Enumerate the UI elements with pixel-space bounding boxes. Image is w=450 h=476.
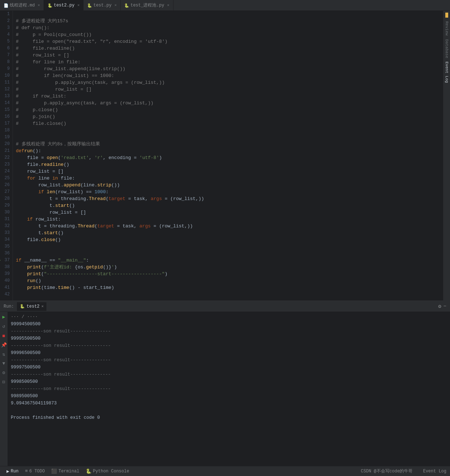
gutter-31: 31 (3, 216, 10, 223)
code-editor[interactable]: # 多进程处理 大约157s # def run(): # p = Pool(c… (13, 11, 443, 300)
run-layout-icon[interactable]: ⊟ (2, 378, 6, 386)
gutter-28: 28 (3, 195, 10, 202)
status-items: ▶ Run ≡ 6 TODO ⬛ Terminal 🐍 Python Conso… (4, 468, 132, 475)
code-line-41: print(time.time() - start_time) (16, 284, 443, 291)
code-line-14: # p.apply_async(task, args = (row_list,)… (16, 100, 443, 106)
output-sep-4: ------------son result--------------- (11, 371, 447, 378)
output-sep-3: ------------son result--------------- (11, 357, 447, 364)
tab-close-1[interactable]: × (38, 3, 40, 8)
run-play-icon[interactable]: ▶ (2, 313, 6, 321)
py-file-icon-4: 🐍 (124, 3, 129, 8)
code-line-18 (16, 127, 443, 134)
gutter-13: 13 (3, 93, 10, 100)
gutter-15: 15 (3, 106, 10, 113)
run-panel-sidebar: ▶ ↺ ◼ 📌 ⇅ ▼ ⚙ ⊟ (0, 312, 8, 466)
gutter-35: 35 (3, 243, 10, 250)
gutter-18: 18 (3, 127, 10, 134)
gutter-26: 26 (3, 182, 10, 189)
python-console-status-item[interactable]: 🐍 Python Console (83, 468, 132, 475)
run-status-label: Run (11, 469, 19, 474)
todo-label: 6 TODO (29, 469, 45, 474)
sidebar-review[interactable]: Review (444, 20, 450, 37)
gutter-23: 23 (3, 161, 10, 168)
gutter-11: 11 (3, 79, 10, 86)
code-line-11: # p.apply_async(task, args = (row_list,)… (16, 79, 443, 86)
tab-bar: 📄 线程进程.md × 🐍 test2.py × 🐍 test.py × 🐍 t… (0, 0, 450, 11)
code-line-24: row_list = [] (16, 168, 443, 175)
code-line-27: if len(row_list) == 1000: (16, 189, 443, 195)
settings-icon[interactable]: ⚙ (438, 303, 441, 309)
run-status-item[interactable]: ▶ Run (4, 468, 21, 475)
gutter-22: 22 (3, 154, 10, 161)
line-gutter: 1 2 3 4 5 6 7 8 9 10 11 12 13 14 15 16 1… (0, 11, 13, 300)
output-line-exit: Process finished with exit code 0 (11, 414, 447, 421)
run-pin-icon[interactable]: 📌 (0, 341, 8, 349)
sidebar-event-log[interactable]: Event Log (444, 60, 450, 84)
run-panel: Run: 🐍 test2 × ⚙ − ▶ ↺ ◼ 📌 ⇅ ▼ ⚙ ⊟ ··· /… (0, 300, 450, 466)
bookmark-indicator (445, 13, 448, 18)
code-line-17: # file.close() (16, 120, 443, 127)
gutter-12: 12 (3, 86, 10, 93)
gutter-4: 4 (3, 31, 10, 38)
todo-status-item[interactable]: ≡ 6 TODO (22, 468, 48, 475)
run-tab-close[interactable]: × (41, 304, 44, 309)
code-line-29: t.start() (16, 202, 443, 209)
run-stop-icon[interactable]: ◼ (2, 332, 6, 339)
gutter-41: 41 (3, 284, 10, 291)
tab-test2[interactable]: 🐍 test2.py × (44, 0, 84, 11)
gutter-27: 27 (3, 189, 10, 195)
tab-close-4[interactable]: × (167, 3, 170, 8)
code-line-35 (16, 243, 443, 250)
code-line-4: # p = Pool(cpu_count()) (16, 31, 443, 38)
event-log-label[interactable]: Event Log (423, 469, 446, 474)
tab-test[interactable]: 🐍 test.py × (84, 0, 121, 11)
gutter-14: 14 (3, 100, 10, 106)
run-tab-test2[interactable]: 🐍 test2 × (17, 302, 47, 311)
code-line-9: # row_list.append(line.strip()) (16, 65, 443, 72)
run-rerun-icon[interactable]: ↺ (2, 323, 6, 330)
run-settings-icon[interactable]: ⚙ (2, 369, 6, 376)
output-line-1: 99994500500 (11, 321, 447, 328)
code-line-28: t = threading.Thread(target = task, args… (16, 195, 443, 202)
code-line-19 (16, 134, 443, 141)
output-line-blank (11, 407, 447, 414)
gutter-36: 36 (3, 250, 10, 257)
code-line-16: # p.join() (16, 113, 443, 120)
code-line-13: # if row_list: (16, 93, 443, 100)
run-sort-icon[interactable]: ⇅ (2, 351, 6, 358)
gutter-39: 39 (3, 271, 10, 277)
code-line-6: # file.readline() (16, 45, 443, 52)
code-line-33: t.start() (16, 230, 443, 236)
gutter-38: 38 (3, 264, 10, 271)
gutter-25: 25 (3, 175, 10, 182)
tab-close-2[interactable]: × (77, 3, 80, 8)
run-panel-header: Run: 🐍 test2 × ⚙ − (0, 301, 450, 312)
terminal-status-item[interactable]: ⬛ Terminal (48, 468, 82, 475)
tab-test-进程池[interactable]: 🐍 test_进程池.py × (121, 0, 173, 11)
code-line-7: # row_list = [] (16, 52, 443, 59)
status-bar: ▶ Run ≡ 6 TODO ⬛ Terminal 🐍 Python Conso… (0, 466, 450, 476)
sidebar-database[interactable]: Database (444, 38, 450, 60)
tab-线程进程[interactable]: 📄 线程进程.md × (0, 0, 44, 11)
run-label: Run: (4, 304, 14, 309)
output-sep-5: ------------son result--------------- (11, 385, 447, 393)
gutter-29: 29 (3, 202, 10, 209)
code-line-36 (16, 250, 443, 257)
gutter-3: 3 (3, 24, 10, 31)
code-line-12: # row_list = [] (16, 86, 443, 93)
code-line-15: # p.close() (16, 106, 443, 113)
gutter-1: 1 (3, 11, 10, 18)
gutter-16: 16 (3, 113, 10, 120)
output-line-0: ··· / ···· (11, 313, 447, 321)
terminal-label: Terminal (58, 469, 79, 474)
terminal-icon: ⬛ (51, 468, 57, 474)
output-line-6: 9989500500 (11, 393, 447, 400)
output-line-2: 99995500500 (11, 335, 447, 342)
run-filter-icon[interactable]: ▼ (2, 360, 6, 367)
gutter-42: 42 (3, 291, 10, 298)
tab-close-3[interactable]: × (114, 3, 117, 8)
code-line-22: file = open('read.txt', 'r', encoding = … (16, 154, 443, 161)
gutter-7: 7 (3, 52, 10, 59)
code-line-5: # file = open("read.txt", "r", encoding … (16, 38, 443, 45)
minimize-icon[interactable]: − (444, 303, 446, 309)
